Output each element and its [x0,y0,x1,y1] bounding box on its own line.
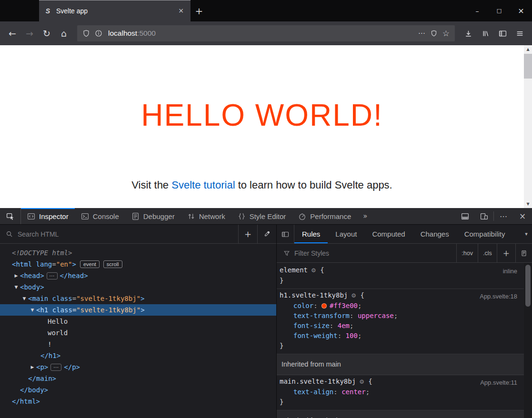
css-declaration[interactable]: text-align: center; [277,387,524,397]
markup-row[interactable]: world [0,327,276,338]
markup-row-selected[interactable]: ▼<h1 class="svelte-1tky8bj"> [0,304,276,316]
markup-tag: <head> [20,272,44,279]
markup-attr: lang [32,260,52,268]
markup-ellipsis[interactable]: ⋯ [50,364,61,371]
css-declaration[interactable]: text-transform: uppercase; [277,311,524,321]
sidebar-tab-rules[interactable]: Rules [294,225,328,243]
markup-value: "svelte-1tky8bj" [76,295,141,302]
three-pane-toggle-button[interactable] [277,225,294,243]
devtools-menu-button[interactable]: ⋯ [494,208,513,224]
scroll-down-icon[interactable]: ▼ [524,200,532,208]
markup-row[interactable]: <!DOCTYPE html> [0,247,276,259]
eyedropper-button[interactable] [257,225,276,243]
filter-styles-input[interactable]: Filter Styles [277,244,456,262]
url-bar[interactable]: localhost:5000 ⋯ ☆ [77,25,455,41]
collapse-twisty-icon[interactable]: ▼ [13,281,20,293]
reload-button[interactable]: ↻ [38,25,55,41]
rule-selector[interactable]: main.svelte-1tky8bj [280,378,356,385]
pick-element-button[interactable] [0,208,21,224]
all-tabs-dropdown-icon[interactable]: ▾ [521,225,532,243]
tab-close-icon[interactable]: × [176,6,186,16]
network-icon [187,212,195,220]
sidebar-tab-changes[interactable]: Changes [413,225,457,243]
markup-row[interactable]: ▼<main class="svelte-1tky8bj"> [0,293,276,304]
toggle-split-console-button[interactable] [455,208,474,224]
add-node-button[interactable]: + [238,225,257,243]
library-icon[interactable] [477,25,494,41]
print-media-simulation-button[interactable] [515,244,532,262]
devtools-tab-debugger[interactable]: Debugger [125,208,181,224]
minimize-button[interactable]: – [466,0,488,21]
markup-row[interactable]: ▶<head>⋯</head> [0,270,276,281]
toggle-classes-button[interactable]: .cls [478,244,497,262]
css-declaration[interactable]: font-weight: 100; [277,331,524,341]
bookmark-star-icon[interactable]: ☆ [442,29,450,38]
close-window-button[interactable]: × [510,0,532,21]
markup-row[interactable]: </h1> [0,350,276,361]
home-button[interactable]: ⌂ [55,25,72,41]
toggle-pseudo-classes-button[interactable]: :hov [456,244,478,262]
url-text[interactable]: localhost:5000 [108,29,156,38]
markup-ellipsis[interactable]: ⋯ [47,272,58,279]
markup-tag: > [141,295,144,302]
rules-scrollbar[interactable] [524,263,532,418]
menu-hamburger-icon[interactable] [511,25,528,41]
add-rule-button[interactable]: + [497,244,515,262]
selector-highlighter-icon[interactable]: ⚙ [351,292,356,299]
collapse-twisty-icon[interactable]: ▼ [21,293,28,304]
close-devtools-button[interactable]: × [513,208,532,224]
devtools-tab-style-editor[interactable]: Style Editor [231,208,292,224]
maximize-button[interactable]: □ [488,0,510,21]
page-scrollbar-thumb[interactable] [524,54,532,79]
css-declaration[interactable]: color: #ff3e00; [277,301,524,311]
browser-tab[interactable]: S Svelte app × [39,0,191,21]
eyedropper-icon [263,230,271,238]
scroll-up-icon[interactable]: ▲ [524,45,532,53]
site-info-icon[interactable] [95,30,102,37]
rule-selector[interactable]: element [280,266,308,274]
sidebar-tab-computed[interactable]: Computed [364,225,412,243]
markup-row[interactable]: ! [0,338,276,350]
markup-row[interactable]: <html lang="en">eventscroll [0,259,276,270]
selector-highlighter-icon[interactable]: ⚙ [311,267,316,274]
responsive-design-mode-button[interactable] [474,208,493,224]
markup-row[interactable]: Hello [0,316,276,327]
download-icon[interactable] [460,25,477,41]
svelte-tutorial-link[interactable]: Svelte tutorial [171,179,235,191]
rules-scrollbar-thumb[interactable] [525,265,531,307]
markup-row[interactable]: </body> [0,384,276,396]
color-swatch[interactable] [321,303,327,309]
expand-twisty-icon[interactable]: ▶ [13,270,20,281]
devtools-tab-performance[interactable]: Performance [292,208,357,224]
rule-source-link[interactable]: App.svelte:11 [480,378,517,388]
markup-tag: </p> [64,363,80,371]
rule-selector[interactable]: h1.svelte-1tky8bj [280,291,348,299]
devtools-tab-inspector[interactable]: Inspector [21,208,75,224]
sidebar-toggle-icon[interactable] [494,25,511,41]
responsive-design-icon [480,212,488,220]
rule-source-link[interactable]: App.svelte:18 [480,291,517,301]
devtools-tab-network[interactable]: Network [181,208,231,224]
collapse-twisty-icon[interactable]: ▼ [29,304,36,316]
sidebar-tab-compatibility[interactable]: Compatibility [457,225,513,243]
selector-highlighter-icon[interactable]: ⚙ [359,378,364,385]
devtools-tab-console[interactable]: Console [75,208,125,224]
markup-row[interactable]: </main> [0,373,276,384]
page-actions-icon[interactable]: ⋯ [418,29,425,38]
page-scrollbar[interactable]: ▲ ▼ [524,45,532,208]
markup-search-input[interactable]: Search HTML [0,225,238,243]
rule-source-link[interactable]: inline [503,266,517,276]
back-button[interactable]: ← [4,25,21,41]
sidebar-tab-layout[interactable]: Layout [328,225,364,243]
badge-event[interactable]: event [80,260,100,268]
new-tab-button[interactable]: + [191,0,208,21]
markup-row[interactable]: ▶<p>⋯</p> [0,361,276,373]
shield-icon[interactable] [430,30,438,37]
tracking-protection-shield-icon[interactable] [82,30,90,37]
markup-row[interactable]: </html> [0,396,276,407]
more-tabs-chevron[interactable]: » [357,208,373,224]
markup-row[interactable]: ▼<body> [0,281,276,293]
expand-twisty-icon[interactable]: ▶ [29,361,36,373]
badge-scroll[interactable]: scroll [103,260,122,268]
css-declaration[interactable]: font-size: 4em; [277,321,524,331]
